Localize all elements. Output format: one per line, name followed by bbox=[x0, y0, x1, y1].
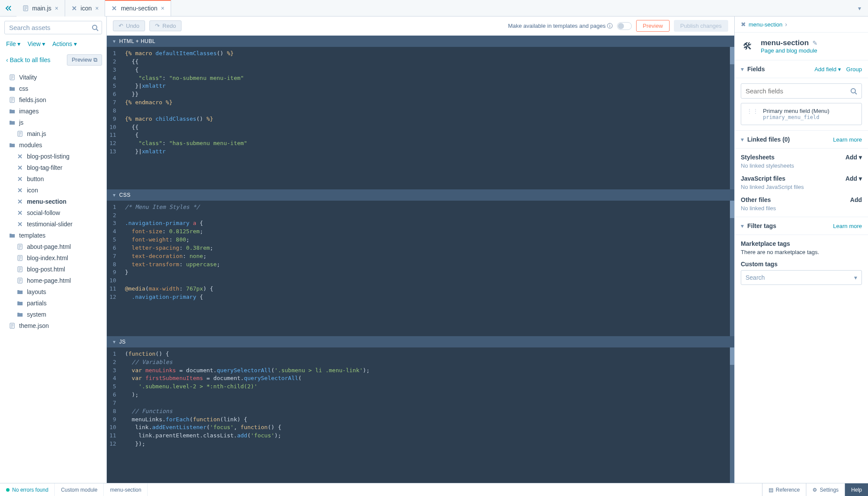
custom-tags-search[interactable]: Search ▾ bbox=[741, 270, 862, 285]
drag-handle-icon[interactable]: ⋮⋮ bbox=[746, 108, 759, 115]
module-icon bbox=[17, 176, 23, 182]
tree-item-social-follow[interactable]: social-follow bbox=[0, 207, 106, 218]
tree-item-label: js bbox=[19, 119, 23, 126]
tab-main-js[interactable]: main.js× bbox=[17, 0, 65, 17]
available-toggle[interactable] bbox=[617, 22, 632, 30]
close-icon[interactable]: × bbox=[95, 5, 99, 12]
publish-button[interactable]: Publish changes bbox=[674, 20, 728, 32]
no-other-text: No linked files bbox=[741, 205, 862, 212]
settings-button[interactable]: ⚙ Settings bbox=[806, 483, 845, 496]
css-code-editor[interactable]: 123456789101112 /* Menu Item Styles */ .… bbox=[107, 201, 734, 336]
search-icon bbox=[92, 24, 99, 31]
chevron-down-icon: ▾ bbox=[113, 192, 116, 198]
tabs-bar: main.js×icon×menu-section× ▾ bbox=[0, 0, 868, 17]
back-to-files-link[interactable]: ‹ Back to all files bbox=[6, 56, 50, 63]
tab-menu-section[interactable]: menu-section× bbox=[105, 0, 171, 16]
undo-button[interactable]: ↶ Undo bbox=[113, 20, 145, 31]
module-icon bbox=[111, 5, 117, 11]
tree-item-theme-json[interactable]: theme.json bbox=[0, 320, 106, 331]
tree-item-layouts[interactable]: layouts bbox=[0, 286, 106, 298]
html-pane-header[interactable]: ▾HTML + HUBL bbox=[107, 36, 734, 47]
tree-item-js[interactable]: js bbox=[0, 117, 106, 128]
editor-toolbar: ↶ Undo ↷ Redo Make available in template… bbox=[107, 17, 734, 36]
tree-item-main-js[interactable]: main.js bbox=[0, 128, 106, 139]
group-button[interactable]: Group bbox=[846, 66, 862, 73]
file-tree: Vitalitycssfields.jsonimagesjsmain.jsmod… bbox=[0, 70, 106, 483]
tree-item-menu-section[interactable]: menu-section bbox=[0, 196, 106, 207]
js-code-editor[interactable]: 123456789101112 (function() { // Variabl… bbox=[107, 347, 734, 483]
tree-item-label: blog-index.html bbox=[27, 255, 68, 261]
add-other[interactable]: Add bbox=[850, 196, 862, 203]
folder-icon bbox=[9, 108, 16, 114]
tree-item-partials[interactable]: partials bbox=[0, 298, 106, 309]
tree-item-label: blog-tag-filter bbox=[27, 164, 63, 171]
search-fields-input[interactable] bbox=[741, 83, 862, 99]
tree-item-about-page-html[interactable]: about-page.html bbox=[0, 241, 106, 252]
scrollbar[interactable] bbox=[730, 347, 734, 483]
close-icon[interactable]: × bbox=[161, 5, 164, 12]
redo-button[interactable]: ↷ Redo bbox=[149, 20, 182, 31]
tab-icon[interactable]: icon× bbox=[65, 0, 106, 17]
tree-item-blog-tag-filter[interactable]: blog-tag-filter bbox=[0, 162, 106, 173]
tree-item-blog-post-html[interactable]: blog-post.html bbox=[0, 264, 106, 275]
preview-button[interactable]: Preview bbox=[636, 20, 669, 32]
tree-item-label: social-follow bbox=[27, 209, 60, 216]
tree-item-button[interactable]: button bbox=[0, 173, 106, 185]
errors-status[interactable]: No errors found bbox=[0, 483, 55, 496]
tabs-more-button[interactable]: ▾ bbox=[851, 5, 868, 12]
linked-files-title: Linked files (0) bbox=[747, 136, 790, 143]
tree-item-blog-post-listing[interactable]: blog-post-listing bbox=[0, 151, 106, 162]
tree-item-label: testimonial-slider bbox=[27, 221, 73, 228]
help-button[interactable]: Help bbox=[845, 483, 868, 496]
page-icon bbox=[17, 131, 23, 137]
learn-more-link[interactable]: Learn more bbox=[833, 223, 862, 229]
tree-item-system[interactable]: system bbox=[0, 309, 106, 320]
search-icon bbox=[850, 88, 857, 95]
scrollbar[interactable] bbox=[730, 47, 734, 189]
module-name-status: menu-section bbox=[104, 483, 148, 496]
tree-item-css[interactable]: css bbox=[0, 83, 106, 94]
tree-item-label: fields.json bbox=[19, 96, 46, 103]
tree-item-fields-json[interactable]: fields.json bbox=[0, 94, 106, 106]
tree-item-modules[interactable]: modules bbox=[0, 139, 106, 151]
edit-title-button[interactable]: ✎ bbox=[812, 40, 818, 46]
folder-icon bbox=[9, 86, 16, 92]
tree-item-home-page-html[interactable]: home-page.html bbox=[0, 275, 106, 286]
tree-item-testimonial-slider[interactable]: testimonial-slider bbox=[0, 218, 106, 230]
tree-item-icon[interactable]: icon bbox=[0, 185, 106, 196]
tree-item-label: blog-post-listing bbox=[27, 153, 69, 160]
stylesheets-label: Stylesheets bbox=[741, 154, 775, 161]
field-card[interactable]: ⋮⋮ Primary menu field (Menu) primary_men… bbox=[741, 103, 862, 125]
view-menu[interactable]: View ▾ bbox=[27, 40, 45, 47]
svg-point-1 bbox=[92, 25, 97, 30]
page-icon bbox=[23, 5, 29, 11]
add-field-button[interactable]: Add field ▾ bbox=[815, 66, 841, 73]
add-stylesheet[interactable]: Add ▾ bbox=[845, 154, 862, 161]
tree-item-label: menu-section bbox=[27, 198, 66, 205]
add-js[interactable]: Add ▾ bbox=[845, 175, 862, 182]
no-stylesheets-text: No linked stylesheets bbox=[741, 162, 862, 169]
css-pane-header[interactable]: ▾CSS bbox=[107, 189, 734, 201]
reference-button[interactable]: ▤ Reference bbox=[762, 483, 806, 496]
tree-item-templates[interactable]: templates bbox=[0, 230, 106, 241]
tree-item-Vitality[interactable]: Vitality bbox=[0, 72, 106, 83]
no-js-text: No linked JavaScript files bbox=[741, 184, 862, 190]
search-assets-input[interactable] bbox=[4, 21, 102, 34]
page-icon bbox=[9, 97, 16, 103]
learn-more-link[interactable]: Learn more bbox=[833, 136, 862, 143]
sidebar-preview-button[interactable]: Preview ⧉ bbox=[67, 54, 102, 66]
file-menu[interactable]: File ▾ bbox=[6, 40, 20, 47]
page-icon bbox=[17, 266, 23, 272]
html-code-editor[interactable]: 12345678910111213 {% macro defaultItemCl… bbox=[107, 47, 734, 189]
js-pane-header[interactable]: ▾JS bbox=[107, 336, 734, 347]
scrollbar[interactable] bbox=[730, 201, 734, 336]
module-subtitle-link[interactable]: Page and blog module bbox=[761, 47, 862, 54]
tree-item-blog-index-html[interactable]: blog-index.html bbox=[0, 252, 106, 264]
breadcrumb-item[interactable]: menu-section bbox=[749, 21, 782, 28]
jsfiles-label: JavaScript files bbox=[741, 175, 785, 182]
marketplace-tags-label: Marketplace tags bbox=[741, 240, 862, 247]
collapse-sidebar-button[interactable] bbox=[0, 5, 17, 12]
close-icon[interactable]: × bbox=[55, 5, 58, 12]
actions-menu[interactable]: Actions ▾ bbox=[52, 40, 77, 47]
tree-item-images[interactable]: images bbox=[0, 106, 106, 117]
